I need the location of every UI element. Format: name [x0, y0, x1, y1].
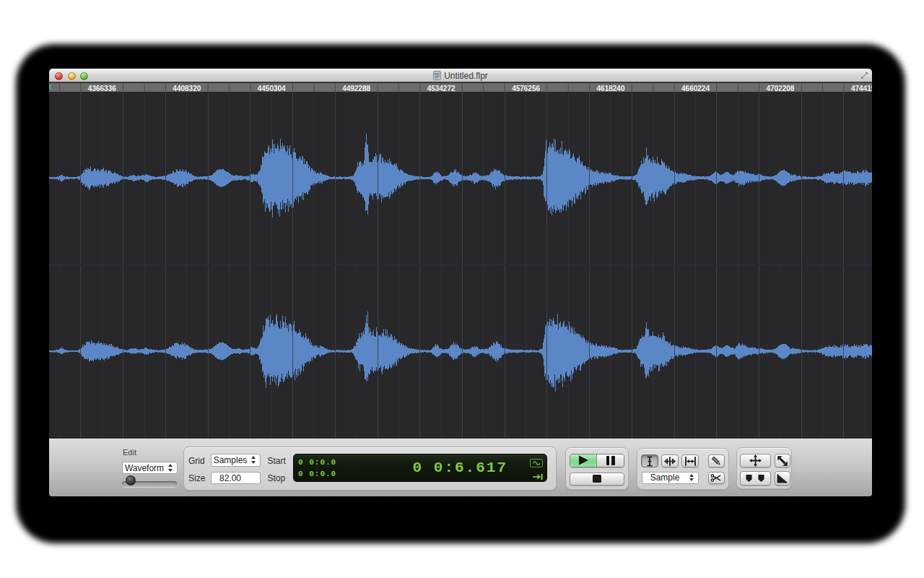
svg-text:4450304: 4450304 — [258, 85, 286, 92]
svg-text:4660224: 4660224 — [681, 85, 710, 92]
svg-text:4744192: 4744192 — [851, 85, 872, 92]
svg-text:4534272: 4534272 — [427, 85, 456, 92]
svg-text:4702208: 4702208 — [766, 85, 794, 92]
svg-text:4366336: 4366336 — [88, 85, 116, 92]
svg-text:4618240: 4618240 — [597, 85, 625, 92]
svg-text:4492288: 4492288 — [342, 85, 370, 92]
svg-text:4408320: 4408320 — [173, 85, 201, 92]
svg-text:4576256: 4576256 — [512, 85, 540, 92]
